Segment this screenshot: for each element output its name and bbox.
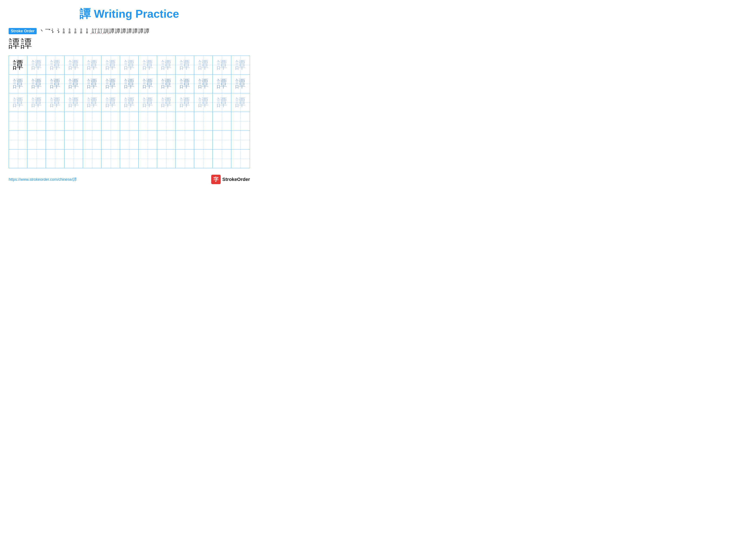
grid-cell-5-4[interactable] [83, 149, 101, 168]
grid-cell-3-7[interactable] [139, 112, 157, 131]
grid-cell-4-8[interactable] [157, 131, 176, 149]
grid-cell-1-1[interactable]: 譚 [27, 75, 46, 93]
grid-char-2-7: 譚 [143, 96, 153, 110]
grid-cell-1-7[interactable]: 譚 [139, 75, 157, 93]
stroke-char-12: 譚 [109, 28, 115, 35]
grid-char-0-0: 譚 [13, 58, 23, 72]
grid-cell-0-8[interactable]: 譚 [157, 56, 176, 74]
grid-cell-4-7[interactable] [139, 131, 157, 149]
stroke-char-18: 譚 [144, 28, 149, 35]
grid-char-0-8: 譚 [161, 58, 172, 72]
grid-cell-3-5[interactable] [101, 112, 120, 131]
grid-cell-3-10[interactable] [194, 112, 213, 131]
grid-cell-5-9[interactable] [176, 149, 194, 168]
grid-cell-2-1[interactable]: 譚 [27, 93, 46, 112]
grid-cell-3-6[interactable] [120, 112, 139, 131]
footer-url[interactable]: https://www.strokeorder.com/chinese/譚 [9, 177, 77, 182]
grid-cell-2-11[interactable]: 譚 [213, 93, 231, 112]
grid-cell-5-1[interactable] [27, 149, 46, 168]
grid-char-0-5: 譚 [106, 58, 116, 72]
grid-cell-5-6[interactable] [120, 149, 139, 168]
grid-cell-0-11[interactable]: 譚 [213, 56, 231, 74]
grid-cell-4-9[interactable] [176, 131, 194, 149]
grid-char-0-4: 譚 [87, 58, 97, 72]
grid-cell-5-8[interactable] [157, 149, 176, 168]
grid-cell-5-11[interactable] [213, 149, 231, 168]
grid-cell-0-7[interactable]: 譚 [139, 56, 157, 74]
grid-char-2-2: 譚 [50, 96, 60, 110]
grid-cell-0-5[interactable]: 譚 [101, 56, 120, 74]
grid-cell-0-6[interactable]: 譚 [120, 56, 139, 74]
grid-char-2-3: 譚 [68, 96, 79, 110]
grid-cell-1-4[interactable]: 譚 [83, 75, 101, 93]
grid-cell-2-6[interactable]: 譚 [120, 93, 139, 112]
grid-cell-0-12[interactable]: 譚 [231, 56, 250, 74]
grid-cell-0-3[interactable]: 譚 [65, 56, 83, 74]
grid-cell-3-12[interactable] [231, 112, 250, 131]
grid-cell-3-0[interactable] [9, 112, 27, 131]
grid-cell-0-4[interactable]: 譚 [83, 56, 101, 74]
grid-cell-3-11[interactable] [213, 112, 231, 131]
grid-cell-1-6[interactable]: 譚 [120, 75, 139, 93]
stroke-char-15: 譚 [127, 28, 132, 35]
grid-cell-0-9[interactable]: 譚 [176, 56, 194, 74]
grid-cell-0-1[interactable]: 譚 [27, 56, 46, 74]
grid-cell-3-9[interactable] [176, 112, 194, 131]
grid-cell-4-11[interactable] [213, 131, 231, 149]
grid-cell-4-6[interactable] [120, 131, 139, 149]
grid-cell-1-2[interactable]: 譚 [46, 75, 65, 93]
grid-cell-5-3[interactable] [65, 149, 83, 168]
grid-char-0-6: 譚 [124, 58, 134, 72]
grid-char-0-9: 譚 [180, 58, 190, 72]
grid-cell-2-0[interactable]: 譚 [9, 93, 27, 112]
grid-cell-1-8[interactable]: 譚 [157, 75, 176, 93]
grid-cell-5-2[interactable] [46, 149, 65, 168]
grid-cell-4-12[interactable] [231, 131, 250, 149]
grid-cell-5-5[interactable] [101, 149, 120, 168]
grid-cell-3-3[interactable] [65, 112, 83, 131]
full-char-0: 譚 [9, 36, 20, 51]
stroke-char-0: 丶 [40, 28, 44, 35]
grid-cell-3-1[interactable] [27, 112, 46, 131]
grid-cell-3-4[interactable] [83, 112, 101, 131]
grid-cell-1-9[interactable]: 譚 [176, 75, 194, 93]
grid-cell-1-11[interactable]: 譚 [213, 75, 231, 93]
grid-cell-4-0[interactable] [9, 131, 27, 149]
stroke-order-row: Stroke Order 丶乛讠讠訁訁訁訁訁訂訂訓譚譚譚譚譚譚譚 [9, 28, 250, 35]
grid-cell-5-12[interactable] [231, 149, 250, 168]
grid-cell-1-5[interactable]: 譚 [101, 75, 120, 93]
grid-cell-5-0[interactable] [9, 149, 27, 168]
footer-logo-text: StrokeOrder [222, 177, 250, 182]
grid-cell-1-0[interactable]: 譚 [9, 75, 27, 93]
grid-cell-2-7[interactable]: 譚 [139, 93, 157, 112]
grid-cell-4-4[interactable] [83, 131, 101, 149]
grid-cell-2-4[interactable]: 譚 [83, 93, 101, 112]
grid-cell-0-2[interactable]: 譚 [46, 56, 65, 74]
grid-cell-2-2[interactable]: 譚 [46, 93, 65, 112]
grid-cell-3-2[interactable] [46, 112, 65, 131]
grid-cell-3-8[interactable] [157, 112, 176, 131]
grid-cell-2-9[interactable]: 譚 [176, 93, 194, 112]
grid-cell-4-5[interactable] [101, 131, 120, 149]
grid-cell-1-10[interactable]: 譚 [194, 75, 213, 93]
grid-cell-2-8[interactable]: 譚 [157, 93, 176, 112]
grid-cell-5-10[interactable] [194, 149, 213, 168]
grid-char-0-11: 譚 [217, 58, 227, 72]
stroke-char-4: 訁 [63, 28, 68, 35]
grid-cell-2-12[interactable]: 譚 [231, 93, 250, 112]
grid-cell-1-3[interactable]: 譚 [65, 75, 83, 93]
grid-char-1-3: 譚 [68, 77, 79, 91]
grid-cell-2-10[interactable]: 譚 [194, 93, 213, 112]
grid-cell-4-1[interactable] [27, 131, 46, 149]
grid-cell-1-12[interactable]: 譚 [231, 75, 250, 93]
grid-cell-2-5[interactable]: 譚 [101, 93, 120, 112]
grid-cell-4-3[interactable] [65, 131, 83, 149]
grid-cell-2-3[interactable]: 譚 [65, 93, 83, 112]
grid-char-0-10: 譚 [198, 58, 209, 72]
grid-cell-4-2[interactable] [46, 131, 65, 149]
grid-cell-4-10[interactable] [194, 131, 213, 149]
grid-cell-0-10[interactable]: 譚 [194, 56, 213, 74]
grid-cell-0-0[interactable]: 譚 [9, 56, 27, 74]
full-chars-row: 譚譚 [9, 36, 250, 51]
grid-cell-5-7[interactable] [139, 149, 157, 168]
